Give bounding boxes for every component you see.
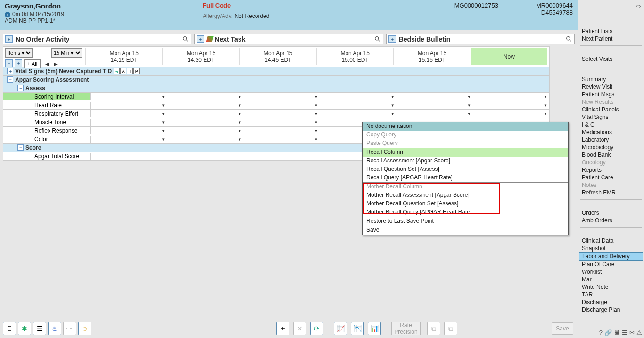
- nav-summary[interactable]: Summary: [580, 76, 642, 83]
- plus-icon[interactable]: ＋: [276, 322, 289, 335]
- info-icon[interactable]: i: [5, 12, 10, 17]
- dropdown-icon[interactable]: ▼: [314, 128, 318, 133]
- magnify-icon[interactable]: [566, 36, 572, 42]
- expand-icon[interactable]: ＋: [197, 35, 204, 43]
- time-col-0[interactable]: Mon Apr 1514:19 EDT: [85, 48, 162, 65]
- plus-all-button[interactable]: + All: [24, 59, 41, 68]
- nav-medications[interactable]: Medications: [580, 128, 642, 136]
- code-status[interactable]: Full Code: [203, 2, 427, 9]
- nav-reports[interactable]: Reports: [580, 166, 642, 174]
- dropdown-icon[interactable]: ▼: [238, 120, 241, 124]
- dropdown-icon[interactable]: ▼: [238, 137, 241, 141]
- patient-name[interactable]: Grayson,Gordon: [5, 2, 203, 10]
- time-col-now[interactable]: Now: [471, 48, 547, 65]
- collapse-icon[interactable]: －: [7, 76, 13, 83]
- dropdown-icon[interactable]: ▼: [544, 103, 547, 107]
- items-select[interactable]: Items ▾: [5, 48, 33, 58]
- i-badge-icon[interactable]: I: [127, 68, 133, 74]
- row-vital-signs[interactable]: ＋Vital Signs (5m) Never Captured TID ⬎ A…: [3, 67, 550, 76]
- dropdown-icon[interactable]: ▼: [391, 111, 395, 116]
- dropdown-icon[interactable]: ▼: [161, 128, 165, 133]
- menu-recall-column[interactable]: Recall Column: [363, 148, 568, 157]
- nav-write-note[interactable]: Write Note: [580, 283, 642, 291]
- nav-patient-lists[interactable]: Patient Lists: [580, 27, 642, 35]
- p-badge-icon[interactable]: P: [133, 68, 140, 74]
- nav-discharge[interactable]: Discharge: [580, 298, 642, 306]
- expand-icon[interactable]: ＋: [5, 35, 13, 43]
- menu-restore[interactable]: Restore to Last Save Point: [363, 217, 568, 226]
- menu-save[interactable]: Save: [363, 226, 568, 235]
- dropdown-icon[interactable]: ▼: [467, 94, 471, 99]
- list-icon[interactable]: ☰: [33, 322, 46, 335]
- dropdown-icon[interactable]: ▼: [544, 94, 547, 99]
- nav-laboratory[interactable]: Laboratory: [580, 136, 642, 144]
- nav-select-visits[interactable]: Select Visits: [580, 55, 642, 63]
- baby-icon[interactable]: ☺: [78, 322, 91, 335]
- chart-icon[interactable]: ⬎: [114, 68, 120, 74]
- bedside-bulletin-header[interactable]: ＋ Bedside Bulletin: [386, 34, 575, 44]
- row-assess[interactable]: －Assess: [3, 84, 550, 93]
- nav-amb-orders[interactable]: Amb Orders: [580, 217, 642, 224]
- nav-discharge-plan[interactable]: Discharge Plan: [580, 306, 642, 313]
- order-activity-header[interactable]: ＋ No Order Activity: [3, 34, 191, 44]
- row-heart-rate[interactable]: Heart Rate ▼ ▼ ▼ ▼ ▼ ▼: [3, 101, 550, 110]
- nav-review-visit[interactable]: Review Visit: [580, 83, 642, 91]
- a-badge-icon[interactable]: A: [120, 68, 126, 74]
- menu-recall-query[interactable]: Recall Query [APGAR Heart Rate]: [363, 174, 568, 182]
- row-resp-effort[interactable]: Respiratory Effort ▼ ▼ ▼ ▼ ▼ ▼: [3, 110, 550, 118]
- dropdown-icon[interactable]: ▼: [238, 111, 241, 116]
- time-col-1[interactable]: Mon Apr 1514:30 EDT: [162, 48, 239, 65]
- dropdown-icon[interactable]: ▼: [467, 111, 471, 116]
- expand-icon[interactable]: ＋: [388, 35, 396, 43]
- time-col-3[interactable]: Mon Apr 1515:00 EDT: [316, 48, 393, 65]
- graph1-icon[interactable]: 📈: [334, 322, 347, 335]
- magnify-icon[interactable]: [374, 36, 381, 42]
- nav-tar[interactable]: TAR: [580, 291, 642, 298]
- row-apgar[interactable]: －Apgar Scoring Assessment: [3, 76, 550, 84]
- nav-next-patient[interactable]: Next Patient: [580, 35, 642, 42]
- nav-patient-care[interactable]: Patient Care: [580, 174, 642, 181]
- next-arrow-icon[interactable]: ⇨: [636, 3, 641, 9]
- collapse-all-button[interactable]: －: [5, 59, 13, 67]
- nav-clinical-data[interactable]: Clinical Data: [580, 237, 642, 245]
- dropdown-icon[interactable]: ▼: [314, 103, 318, 107]
- menu-recall-assessment[interactable]: Recall Assessment [Apgar Score]: [363, 157, 568, 165]
- scroll-left-icon[interactable]: ◀: [45, 61, 49, 67]
- graph2-icon[interactable]: 📉: [351, 322, 364, 335]
- collapse-icon[interactable]: －: [17, 144, 24, 151]
- menu-mother-recall-query[interactable]: Mother Recall Query [APGAR Heart Rate]: [363, 208, 568, 217]
- clipboard-icon[interactable]: 🗒: [3, 322, 16, 335]
- dropdown-icon[interactable]: ▼: [314, 120, 318, 124]
- dropdown-icon[interactable]: ▼: [161, 120, 165, 124]
- dropdown-icon[interactable]: ▼: [314, 137, 318, 141]
- time-col-4[interactable]: Mon Apr 1515:15 EDT: [393, 48, 470, 65]
- nav-snapshot[interactable]: Snapshot: [580, 245, 642, 252]
- nav-labor-and-delivery[interactable]: Labor and Delivery: [579, 252, 643, 261]
- nav-blood-bank[interactable]: Blood Bank: [580, 151, 642, 159]
- nav-worklist[interactable]: Worklist: [580, 268, 642, 276]
- nav-mar[interactable]: Mar: [580, 276, 642, 283]
- dropdown-icon[interactable]: ▼: [238, 94, 241, 99]
- nav-microbiology[interactable]: Microbiology: [580, 144, 642, 151]
- dropdown-icon[interactable]: ▼: [161, 94, 165, 99]
- allergy-value[interactable]: Not Recorded: [234, 13, 269, 19]
- dropdown-icon[interactable]: ▼: [161, 111, 165, 116]
- menu-mother-recall-assessment[interactable]: Mother Recall Assessment [Apgar Score]: [363, 191, 568, 200]
- nav-patient-msgs[interactable]: Patient Msgs: [580, 91, 642, 98]
- dropdown-icon[interactable]: ▼: [544, 111, 547, 116]
- flame-icon[interactable]: ♨: [48, 322, 61, 335]
- collapse-icon[interactable]: －: [17, 85, 24, 91]
- dropdown-icon[interactable]: ▼: [391, 103, 395, 107]
- dropdown-icon[interactable]: ▼: [238, 128, 241, 133]
- nav-orders[interactable]: Orders: [580, 209, 642, 217]
- dropdown-icon[interactable]: ▼: [391, 94, 395, 99]
- dropdown-icon[interactable]: ▼: [238, 103, 241, 107]
- dropdown-icon[interactable]: ▼: [161, 103, 165, 107]
- scroll-right-icon[interactable]: ▶: [54, 61, 58, 67]
- expand-icon[interactable]: ＋: [7, 68, 13, 74]
- magnify-icon[interactable]: [182, 36, 189, 42]
- gear-icon[interactable]: ✱: [18, 322, 31, 335]
- dropdown-icon[interactable]: ▼: [161, 137, 165, 141]
- refresh-icon[interactable]: ⟳: [310, 322, 323, 335]
- graph3-icon[interactable]: 📊: [368, 322, 381, 335]
